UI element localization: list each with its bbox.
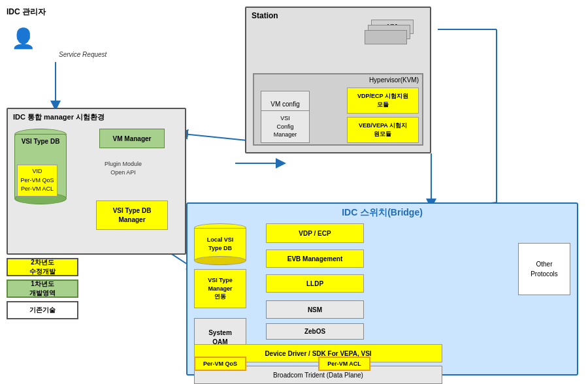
vsi-config-line1: VSI: [274, 114, 297, 123]
per-vm-qos-bottom-label: Per-VM QoS: [203, 360, 237, 367]
vdp-ecp-switch-box: VDP / ECP: [266, 223, 364, 243]
local-vsi-db-cylinder: Local VSI Type DB: [194, 223, 246, 263]
lldp-box: LLDP: [266, 274, 364, 293]
veb-vepa-line2: 원모듈: [359, 130, 407, 138]
per-vm-acl-bottom-box: Per-VM ACL: [318, 357, 370, 371]
vsi-type-manager-box: VSI Type Manager 연동: [194, 269, 246, 308]
zebos-box: ZebOS: [266, 323, 364, 340]
legend-area: 2차년도 수정개발 1차년도 개발영역 기존기술: [7, 258, 78, 319]
vsi-manager-line1: VSI Type DB: [113, 206, 152, 216]
vsi-db-vid: VID: [19, 167, 56, 176]
device-driver-label: Device Driver / SDK For VEPA, VSI: [265, 350, 371, 357]
vdp-ecp-module-box: VDP/ECP 시험지원 모듈: [347, 88, 419, 114]
legend-item-1st-year: 1차년도 개발영역: [7, 280, 78, 298]
plugin-line1: Plugin Module: [105, 160, 142, 168]
legend-1st-line2: 개발영역: [29, 289, 56, 298]
legend-2nd-line2: 수정개발: [29, 267, 56, 276]
diagram-container: IDC 관리자 👤 Service Request IDC 통합 manager…: [0, 0, 588, 384]
vdp-ecp-line2: 모듈: [357, 101, 408, 109]
lldp-label: LLDP: [306, 280, 323, 287]
plugin-label: Plugin Module Open API: [105, 160, 142, 176]
admin-figure: 👤: [7, 20, 39, 56]
local-vsi-line1: Local VSI: [207, 236, 234, 244]
vsi-type-db-manager-box: VSI Type DB Manager: [96, 200, 168, 230]
vsi-type-line1: VSI Type: [208, 276, 232, 285]
idc-admin: IDC 관리자 👤: [7, 7, 46, 56]
legend-existing-label: 기존기술: [29, 306, 56, 315]
veb-vepa-module-box: VEB/VEPA 시험지 원모듈: [347, 117, 419, 143]
station-title: Station: [252, 11, 278, 20]
vm-box-3: [365, 30, 407, 44]
idc-manager-box: IDC 통합 manager 시험환경 VSI Type DB VID Per-…: [7, 108, 186, 255]
vsi-db-inner-box: VID Per-VM QoS Per-VM ACL: [17, 165, 57, 197]
nsm-label: NSM: [308, 306, 322, 313]
vsi-type-line3: 연동: [208, 293, 232, 301]
vsi-type-line2: Manager: [208, 285, 232, 293]
hypervisor-title: Hypervisor(KVM): [369, 76, 419, 84]
vdp-ecp-switch-label: VDP / ECP: [299, 230, 331, 237]
per-vm-qos-bottom-box: Per-VM QoS: [194, 357, 246, 371]
vsi-config-line2: Config: [274, 123, 297, 131]
admin-icon: 👤: [11, 27, 35, 50]
vm-stack-container: VM: [365, 20, 417, 56]
plugin-line2: Open API: [105, 168, 142, 177]
evb-mgmt-label: EVB Management: [287, 255, 342, 263]
evb-mgmt-box: EVB Management: [266, 249, 364, 268]
idc-manager-title: IDC 통합 manager 시험환경: [13, 112, 105, 122]
vsi-db-acl: Per-VM ACL: [19, 185, 56, 194]
idc-admin-label: IDC 관리자: [7, 7, 46, 18]
vsi-db-qos: Per-VM QoS: [19, 176, 56, 185]
idc-switch-box: IDC 스위치(Bridge) Local VSI Type DB VSI Ty…: [186, 202, 578, 376]
service-request-label: Service Request: [59, 51, 106, 58]
legend-2nd-line1: 2차년도: [29, 258, 56, 267]
local-vsi-line2: Type DB: [207, 244, 234, 253]
vdp-ecp-line1: VDP/ECP 시험지원: [357, 92, 408, 101]
other-protocols-box: Other Protocols: [518, 243, 570, 295]
vm-manager-box: VM Manager: [99, 129, 165, 148]
idc-switch-title: IDC 스위치(Bridge): [342, 207, 423, 219]
system-oam-line1: System: [208, 328, 232, 338]
hypervisor-box: Hypervisor(KVM) VM config VSI Config Man…: [253, 73, 423, 146]
vsi-db-label: VSI Type DB: [22, 138, 60, 145]
local-cyl-bottom: [194, 256, 246, 265]
vm-config-label: VM config: [270, 101, 299, 108]
other-protocols-line2: Protocols: [531, 269, 558, 279]
vsi-config-box: VSI Config Manager: [261, 110, 310, 143]
other-protocols-line1: Other: [531, 259, 558, 269]
zebos-label: ZebOS: [304, 328, 325, 335]
broadcom-label: Broadcom Trident (Data Plane): [273, 372, 363, 379]
veb-vepa-line1: VEB/VEPA 시험지: [359, 121, 407, 130]
vsi-manager-line2: Manager: [113, 216, 152, 225]
station-box: Station VM Hypervisor(KVM) VM config VSI: [245, 7, 431, 153]
vm-manager-label: VM Manager: [113, 135, 152, 142]
nsm-box: NSM: [266, 300, 364, 319]
per-vm-acl-bottom-label: Per-VM ACL: [327, 360, 361, 367]
legend-1st-line1: 1차년도: [29, 280, 56, 289]
vsi-config-line3: Manager: [274, 131, 297, 139]
legend-item-existing: 기존기술: [7, 301, 78, 319]
legend-item-2nd-year: 2차년도 수정개발: [7, 258, 78, 276]
